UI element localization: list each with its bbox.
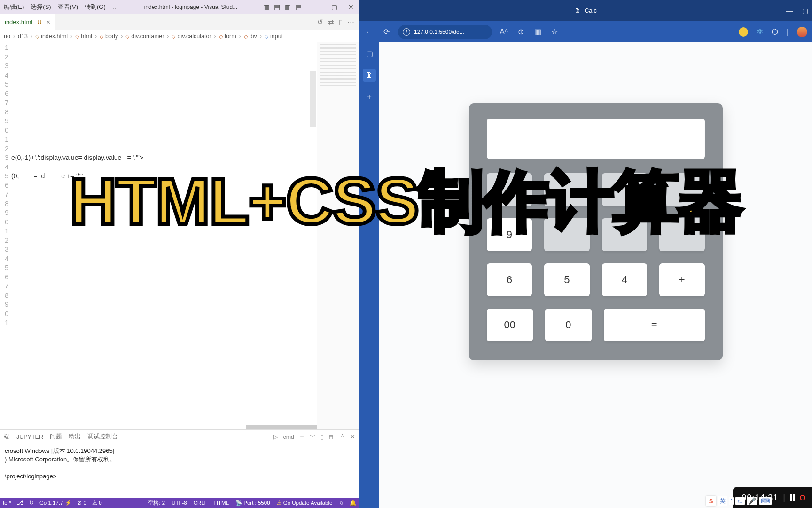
crumb[interactable]: div.calculator [177,33,211,40]
calc-button-0[interactable]: 0 [545,309,592,341]
timeline-icon[interactable]: ↺ [317,18,323,26]
calc-button-hidden-2[interactable] [602,218,648,251]
code-line-15[interactable]: (0, = d e += '/'" [11,172,317,181]
minimize-button[interactable]: — [313,3,321,11]
calc-button-ac[interactable] [487,173,532,206]
calc-button-hidden-1[interactable] [544,218,590,251]
menu-go[interactable]: 转到(G) [85,3,106,11]
maximize-button[interactable]: ▢ [330,3,338,11]
split-terminal-icon[interactable]: ▯ [320,433,324,440]
status-notifications-icon[interactable]: 🔔 [350,500,356,506]
ime-punct-icon[interactable]: ' [729,497,734,505]
crumb[interactable]: input [270,33,283,40]
calc-button-hidden-3[interactable] [659,218,705,251]
extension-react-icon[interactable]: ⚛ [757,27,763,36]
tab-output[interactable]: 输出 [69,433,81,441]
back-icon[interactable]: ← [364,28,375,36]
crumb[interactable]: no [4,33,10,40]
crumb[interactable]: div.container [131,33,164,40]
status-go[interactable]: Go 1.17.7 ⚡ [39,500,72,506]
status-spaces[interactable]: 空格: 2 [148,500,165,507]
sidebar-page-icon[interactable]: 🗎 [363,69,376,82]
extension-pill-icon[interactable] [739,27,748,37]
collections-icon[interactable]: ▥ [532,27,543,36]
terminal-run-icon[interactable]: ▷ [273,433,278,440]
zoom-icon[interactable]: ⊕ [515,27,526,36]
split-editor-icon[interactable]: ▯ [339,18,343,26]
menu-select[interactable]: 选择(S) [31,3,51,11]
crumb[interactable]: body [105,33,118,40]
pause-icon[interactable] [790,494,795,501]
new-terminal-icon[interactable]: ＋ [299,433,305,441]
status-eol[interactable]: CRLF [194,500,208,506]
menu-view[interactable]: 查看(V) [58,3,78,11]
terminal-shell-label[interactable]: cmd [283,434,294,440]
ime-emoji-icon[interactable]: ☺ [735,497,745,505]
close-panel-icon[interactable]: ✕ [350,433,355,440]
crumb[interactable]: d13 [18,33,28,40]
profile-avatar[interactable] [797,27,807,37]
ime-mic-icon[interactable]: 🎤 [747,497,757,505]
status-remote[interactable]: ter* [3,500,11,506]
tab-close-icon[interactable]: × [47,18,50,26]
code-area[interactable]: e(0,-1)+'.':display.value= display.value… [11,42,317,429]
code-line-13[interactable]: e(0,-1)+'.':display.value= display.value… [11,153,317,163]
terminal-body[interactable]: crosoft Windows [版本 10.0.19044.2965] ) M… [0,444,359,498]
tab-problems[interactable]: 问题 [50,433,62,441]
compare-icon[interactable]: ⇄ [328,18,334,26]
layout-toggle-left-icon[interactable]: ▥ [263,3,269,11]
menu-more[interactable]: … [112,4,118,11]
ime-lang[interactable]: 英 [718,496,727,506]
calc-display[interactable] [487,119,705,159]
status-warnings[interactable]: ⚠ 0 [92,500,102,506]
close-button[interactable]: ✕ [347,3,355,11]
status-errors[interactable]: ⊘ 0 [77,500,86,506]
status-branch-icon[interactable]: ⎇ [17,500,23,506]
browser-tab[interactable]: 🗎 Calc [575,7,597,14]
more-actions-icon[interactable]: ⋯ [347,18,354,26]
terminal-dropdown-icon[interactable]: ﹀ [310,433,316,441]
address-bar[interactable]: i 127.0.0.1:5500/de... [398,25,492,39]
calc-button-4[interactable]: 4 [602,263,648,296]
status-language[interactable]: HTML [214,500,229,506]
vertical-scrollbar[interactable] [310,71,316,127]
crumb[interactable]: index.html [41,33,68,40]
layout-customize-icon[interactable]: ▦ [296,3,302,11]
browser-maximize-button[interactable]: ▢ [802,7,808,15]
calc-button-blank-3[interactable] [659,173,705,206]
status-bell-icon[interactable]: ♫ [339,500,343,506]
menu-edit[interactable]: 编辑(E) [4,3,24,11]
extensions-icon[interactable]: ⬡ [772,27,778,36]
sidebar-add-icon[interactable]: ＋ [363,90,376,103]
tab-index-html[interactable]: index.html U × [0,14,55,30]
record-icon[interactable] [800,495,805,500]
calc-button-9[interactable]: 9 [487,218,532,251]
crumb[interactable]: form [225,33,236,40]
calc-button-equals[interactable]: = [604,309,705,341]
status-encoding[interactable]: UTF-8 [172,500,187,506]
reading-view-icon[interactable]: Aᴬ [499,27,509,36]
calc-button-6[interactable]: 6 [487,263,532,296]
calc-button-plus[interactable]: + [659,263,705,296]
kill-terminal-icon[interactable]: 🗑 [328,434,335,440]
calc-button-blank-1[interactable] [544,173,590,206]
tab-terminal[interactable]: 端 [4,433,10,441]
favorite-icon[interactable]: ☆ [549,27,560,36]
ime-keyboard-icon[interactable]: ⌨ [759,497,772,505]
calc-button-blank-2[interactable] [602,173,648,206]
sogou-icon[interactable]: S [706,496,716,506]
crumb[interactable]: div [250,33,257,40]
status-liveserver[interactable]: 📡 Port : 5500 [235,500,270,506]
minimap[interactable] [317,42,359,429]
breadcrumb[interactable]: no› d13› ◇index.html› ◇html› ◇body› ◇div… [0,30,359,42]
browser-minimize-button[interactable]: — [786,7,793,15]
tab-jupyter[interactable]: JUPYTER [16,434,43,440]
maximize-panel-icon[interactable]: ＾ [339,433,345,441]
status-sync-icon[interactable]: ↻ [29,500,34,506]
status-go-update[interactable]: ⚠ Go Update Available [277,500,333,506]
refresh-icon[interactable]: ⟳ [381,27,391,36]
calc-button-5[interactable]: 5 [544,263,590,296]
editor[interactable]: 1234567890123456789012345678901 e(0,-1)+… [0,42,359,429]
crumb[interactable]: html [81,33,92,40]
sidebar-tabs-icon[interactable]: ▢ [363,47,376,60]
